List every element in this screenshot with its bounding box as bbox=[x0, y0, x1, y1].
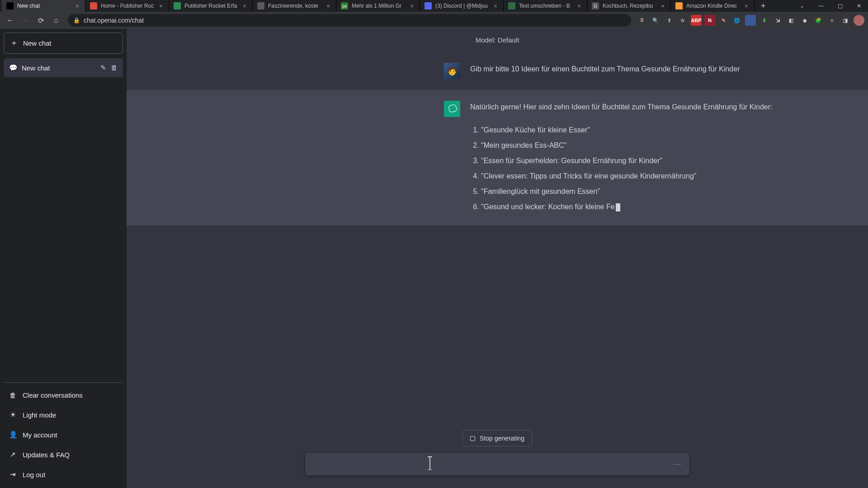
tab-title: New chat bbox=[17, 3, 71, 9]
tab-title: Amazon Kindle Direc bbox=[686, 3, 740, 9]
browser-tab[interactable]: Publisher Rocket Erfa × bbox=[169, 0, 253, 12]
user-avatar: 🧑 bbox=[444, 63, 460, 79]
window-maximize-button[interactable]: ▢ bbox=[831, 0, 849, 12]
tab-title: Publisher Rocket Erfa bbox=[184, 3, 238, 9]
translate-icon[interactable]: ⠿ bbox=[637, 15, 647, 26]
extension-icon[interactable]: ⬇ bbox=[759, 15, 769, 26]
reading-list-icon[interactable]: ≡ bbox=[826, 15, 837, 26]
share-icon[interactable]: ⇪ bbox=[664, 15, 675, 26]
browser-toolbar: ← → ⟳ ⌂ 🔒 chat.openai.com/chat ⠿ 🔍 ⇪ ☆ A… bbox=[0, 12, 868, 29]
assistant-list: "Gesunde Küche für kleine Esser" "Mein g… bbox=[470, 122, 773, 215]
extension-icon[interactable]: N bbox=[704, 15, 715, 26]
side-panel-icon[interactable]: ◨ bbox=[840, 15, 851, 26]
tab-title: Faszinierende, koste bbox=[268, 3, 321, 9]
extensions-menu-icon[interactable]: 🧩 bbox=[813, 15, 824, 26]
new-tab-button[interactable]: + bbox=[757, 1, 769, 11]
window-close-button[interactable]: ✕ bbox=[850, 0, 868, 12]
favicon-icon bbox=[90, 2, 97, 9]
browser-tab[interactable]: Faszinierende, koste × bbox=[253, 0, 336, 12]
tab-title: Text umschreiben - B bbox=[519, 3, 572, 9]
favicon-icon bbox=[508, 2, 515, 9]
light-mode-button[interactable]: ☀ Light mode bbox=[4, 405, 123, 425]
close-icon[interactable]: × bbox=[325, 3, 331, 9]
model-label: Model: Default bbox=[127, 29, 868, 52]
assistant-intro-text: Natürlich gerne! Hier sind zehn Ideen fü… bbox=[470, 101, 773, 113]
close-icon[interactable]: × bbox=[576, 3, 582, 9]
browser-tab[interactable]: Home - Publisher Roc × bbox=[85, 0, 169, 12]
window-minimize-button[interactable]: — bbox=[812, 0, 830, 12]
list-item: "Mein gesundes Ess-ABC" bbox=[481, 138, 773, 153]
sun-icon: ☀ bbox=[9, 411, 16, 419]
stop-icon bbox=[470, 436, 475, 441]
close-icon[interactable]: × bbox=[660, 3, 666, 9]
close-icon[interactable]: × bbox=[409, 3, 415, 9]
favicon-icon bbox=[6, 2, 14, 9]
side-link-label: Log out bbox=[23, 471, 45, 479]
user-message: 🧑 Gib mir bitte 10 Ideen für einen Bucht… bbox=[127, 52, 868, 90]
trash-icon: 🗑 bbox=[9, 391, 16, 399]
user-message-text: Gib mir bitte 10 Ideen für einen Buchtit… bbox=[470, 63, 740, 79]
browser-tab[interactable]: (3) Discord | @Midjou × bbox=[420, 0, 504, 12]
message-input-container[interactable]: ⋯ bbox=[305, 453, 689, 475]
browser-tab[interactable]: Text umschreiben - B × bbox=[504, 0, 587, 12]
message-input[interactable] bbox=[313, 460, 667, 468]
edit-icon[interactable]: ✎ bbox=[100, 64, 106, 72]
stop-label: Stop generating bbox=[480, 435, 524, 442]
side-link-label: Light mode bbox=[23, 411, 56, 419]
text-cursor-icon bbox=[429, 456, 430, 470]
reload-button[interactable]: ⟳ bbox=[34, 14, 47, 27]
favicon-icon: px bbox=[341, 2, 348, 9]
extension-icon[interactable]: ⇲ bbox=[772, 15, 783, 26]
address-bar[interactable]: 🔒 chat.openai.com/chat bbox=[68, 14, 631, 27]
my-account-button[interactable]: 👤 My account bbox=[4, 425, 123, 445]
close-icon[interactable]: × bbox=[158, 3, 164, 9]
back-button[interactable]: ← bbox=[4, 14, 16, 27]
close-icon[interactable]: × bbox=[492, 3, 499, 9]
extension-icon[interactable]: ✎ bbox=[718, 15, 729, 26]
typing-cursor-icon bbox=[616, 203, 620, 211]
url-text: chat.openai.com/chat bbox=[84, 17, 144, 24]
list-item: "Essen für Superhelden: Gesunde Ernährun… bbox=[481, 153, 773, 169]
logout-icon: ⇥ bbox=[9, 470, 16, 479]
browser-tab[interactable]: Amazon Kindle Direc × bbox=[671, 0, 755, 12]
tab-title: Mehr als 1 Million Gr bbox=[352, 3, 405, 9]
extension-icon[interactable] bbox=[745, 15, 756, 26]
new-chat-label: New chat bbox=[23, 39, 52, 47]
favicon-icon: G bbox=[592, 2, 599, 9]
favicon-icon bbox=[675, 2, 683, 9]
user-icon: 👤 bbox=[9, 431, 16, 439]
list-item: "Clever essen: Tipps und Tricks für eine… bbox=[481, 169, 773, 184]
assistant-avatar-icon bbox=[444, 101, 460, 117]
forward-button[interactable]: → bbox=[19, 14, 32, 27]
side-link-label: My account bbox=[23, 431, 57, 439]
browser-tab[interactable]: G Kochbuch, Rezeptbu × bbox=[587, 0, 671, 12]
extension-icon[interactable]: ◆ bbox=[799, 15, 810, 26]
list-item: "Familienglück mit gesundem Essen" bbox=[481, 184, 773, 199]
favicon-icon bbox=[174, 2, 181, 9]
external-link-icon: ↗ bbox=[9, 450, 16, 459]
new-chat-button[interactable]: ＋ New chat bbox=[4, 33, 123, 54]
logout-button[interactable]: ⇥ Log out bbox=[4, 465, 123, 484]
extension-icon[interactable]: ABP bbox=[691, 15, 702, 26]
chevron-down-icon[interactable]: ⌄ bbox=[793, 0, 811, 12]
trash-icon[interactable]: 🗑 bbox=[111, 64, 118, 72]
extension-icon[interactable]: 🌐 bbox=[731, 15, 742, 26]
list-item-text: "Gesund und lecker: Kochen für kleine Fe bbox=[481, 203, 615, 211]
home-button[interactable]: ⌂ bbox=[50, 14, 62, 27]
stop-generating-button[interactable]: Stop generating bbox=[462, 430, 532, 446]
conversation-item[interactable]: 💬 New chat ✎ 🗑 bbox=[4, 58, 123, 77]
zoom-icon[interactable]: 🔍 bbox=[650, 15, 661, 26]
close-icon[interactable]: × bbox=[74, 3, 80, 9]
profile-avatar[interactable] bbox=[854, 15, 864, 26]
list-item: "Gesund und lecker: Kochen für kleine Fe bbox=[481, 199, 773, 215]
extension-icon[interactable]: ◧ bbox=[786, 15, 797, 26]
browser-tab-active[interactable]: New chat × bbox=[2, 0, 85, 12]
updates-faq-button[interactable]: ↗ Updates & FAQ bbox=[4, 445, 123, 465]
close-icon[interactable]: × bbox=[743, 3, 750, 9]
clear-conversations-button[interactable]: 🗑 Clear conversations bbox=[4, 385, 123, 405]
plus-icon: ＋ bbox=[10, 38, 18, 48]
browser-tab[interactable]: px Mehr als 1 Million Gr × bbox=[336, 0, 420, 12]
close-icon[interactable]: × bbox=[241, 3, 248, 9]
bookmark-icon[interactable]: ☆ bbox=[677, 15, 688, 26]
tab-title: Home - Publisher Roc bbox=[101, 3, 154, 9]
